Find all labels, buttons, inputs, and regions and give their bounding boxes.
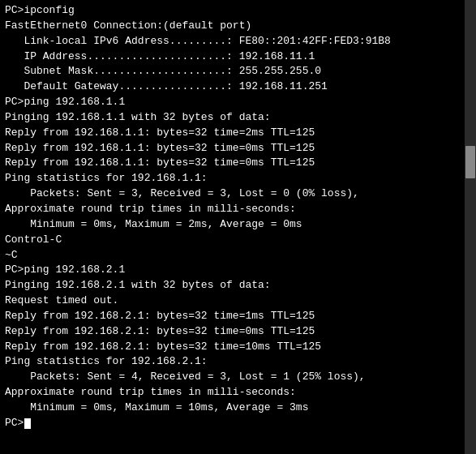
terminal-line: Pinging 192.168.1.1 with 32 bytes of dat… — [5, 110, 460, 126]
terminal-line: Default Gateway.................: 192.16… — [5, 79, 460, 95]
terminal-line: PC>ping 192.168.1.1 — [5, 95, 460, 110]
terminal-line: PC>ping 192.168.2.1 — [5, 263, 460, 278]
terminal-line: Minimum = 0ms, Maximum = 2ms, Average = … — [5, 217, 460, 233]
terminal-line: Reply from 192.168.1.1: bytes=32 time=2m… — [5, 126, 460, 141]
terminal-line: PC>ipconfig — [5, 3, 460, 19]
terminal-line: IP Address......................: 192.16… — [5, 49, 460, 65]
terminal-line: Reply from 192.168.2.1: bytes=32 time=10… — [5, 340, 460, 355]
terminal-line: Minimum = 0ms, Maximum = 10ms, Average =… — [5, 400, 460, 416]
terminal-line: Request timed out. — [5, 293, 460, 309]
terminal-line: Link-local IPv6 Address.........: FE80::… — [5, 34, 460, 49]
terminal-line: Reply from 192.168.1.1: bytes=32 time=0m… — [5, 141, 460, 156]
terminal-line: Packets: Sent = 4, Received = 3, Lost = … — [5, 370, 460, 385]
terminal-line: Reply from 192.168.2.1: bytes=32 time=0m… — [5, 324, 460, 340]
terminal-line: Control-C — [5, 233, 460, 248]
terminal-line: Subnet Mask.....................: 255.25… — [5, 64, 460, 79]
terminal-line: FastEthernet0 Connection:(default port) — [5, 19, 460, 34]
terminal-line: Approximate round trip times in milli-se… — [5, 385, 460, 400]
prompt-line[interactable]: PC> — [5, 416, 460, 431]
terminal-line: Reply from 192.168.2.1: bytes=32 time=1m… — [5, 309, 460, 324]
terminal-output[interactable]: PC>ipconfigFastEthernet0 Connection:(def… — [0, 0, 465, 454]
terminal-line: Reply from 192.168.1.1: bytes=32 time=0m… — [5, 156, 460, 171]
terminal-line: Ping statistics for 192.168.2.1: — [5, 354, 460, 370]
terminal-line: Packets: Sent = 3, Received = 3, Lost = … — [5, 186, 460, 202]
scrollbar[interactable] — [465, 0, 476, 454]
terminal-window: PC>ipconfigFastEthernet0 Connection:(def… — [0, 0, 476, 454]
terminal-line: ~C — [5, 248, 460, 263]
terminal-line: Ping statistics for 192.168.1.1: — [5, 171, 460, 186]
cursor — [24, 418, 31, 429]
terminal-line: Approximate round trip times in milli-se… — [5, 202, 460, 217]
scrollbar-thumb[interactable] — [465, 146, 475, 178]
terminal-line: Pinging 192.168.2.1 with 32 bytes of dat… — [5, 278, 460, 293]
